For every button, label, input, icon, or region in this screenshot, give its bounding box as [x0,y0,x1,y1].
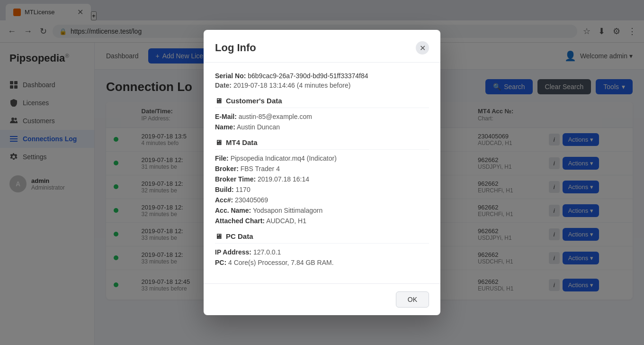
date-relative: (4 minutes before) [297,82,351,89]
customer-section-title: 🖥 Customer's Data [215,97,429,108]
pc-section-title: 🖥 PC Data [215,232,429,244]
email-label: E-Mail: [215,113,237,120]
file-field: File: Pipsopedia Indicator.mq4 (Indicato… [215,154,429,162]
monitor-icon: 🖥 [215,97,222,105]
name-field: Name: Austin Duncan [215,123,429,131]
date-value: 2019-07-18 13:14:46 [233,82,295,89]
customer-section: 🖥 Customer's Data E-Mail: austin-85@exam… [215,97,429,131]
monitor-icon: 🖥 [215,138,222,146]
chart-field: Attached Chart: AUDCAD, H1 [215,217,429,225]
serial-label: Serial No: [215,72,246,80]
broker-field: Broker: FBS Trader 4 [215,165,429,172]
broker-time-field: Broker Time: 2019.07.18 16:14 [215,175,429,183]
log-info-modal: Log Info ✕ Serial No: b6b9cac9-26a7-390d… [204,30,440,315]
acc-name-field: Acc. Name: Yodsapon Sittimalagorn [215,207,429,214]
modal-overlay[interactable]: Log Info ✕ Serial No: b6b9cac9-26a7-390d… [0,0,644,345]
pc-section: 🖥 PC Data IP Address: 127.0.0.1 PC: 4 Co… [215,232,429,266]
date-label: Date: [215,82,232,89]
pc-field: PC: 4 Core(s) Processor, 7.84 GB RAM. [215,259,429,266]
email-field: E-Mail: austin-85@example.com [215,113,429,120]
acc-field: Acc#: 230405069 [215,196,429,204]
modal-footer: OK [204,283,440,315]
modal-title: Log Info [215,42,256,54]
mt4-section-title: 🖥 MT4 Data [215,138,429,150]
ip-field: IP Address: 127.0.0.1 [215,248,429,256]
date-line: Date: 2019-07-18 13:14:46 (4 minutes bef… [215,82,429,89]
serial-line: Serial No: b6b9cac9-26a7-390d-bd9d-51ff3… [215,72,429,80]
modal-close-button[interactable]: ✕ [416,41,429,54]
name-value: Austin Duncan [237,123,280,131]
email-value: austin-85@example.com [239,113,312,120]
name-label: Name: [215,123,235,131]
modal-header: Log Info ✕ [204,30,440,63]
ok-button[interactable]: OK [396,291,429,308]
build-field: Build: 1170 [215,186,429,193]
serial-value: b6b9cac9-26a7-390d-bd9d-51ff33374f84 [248,72,368,80]
monitor-icon: 🖥 [215,232,222,240]
mt4-section: 🖥 MT4 Data File: Pipsopedia Indicator.mq… [215,138,429,225]
modal-body: Serial No: b6b9cac9-26a7-390d-bd9d-51ff3… [204,63,440,283]
